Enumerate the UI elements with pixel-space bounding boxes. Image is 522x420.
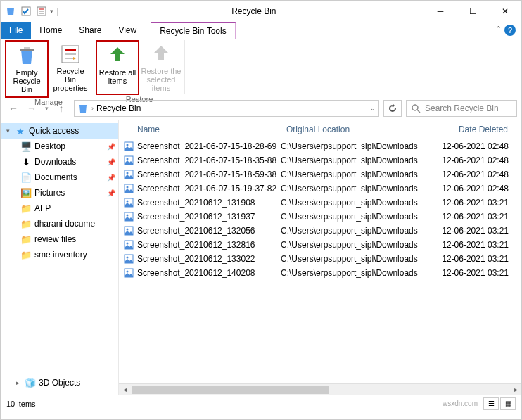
image-file-icon	[123, 225, 134, 236]
svg-point-28	[127, 243, 129, 245]
recycle-bin-tools-tab[interactable]: Recycle Bin Tools	[151, 22, 236, 39]
quick-access-root[interactable]: ▾ ★ Quick access	[1, 123, 118, 139]
scroll-left-icon[interactable]: ◂	[119, 386, 130, 393]
scroll-thumb[interactable]	[132, 386, 329, 394]
svg-point-32	[127, 271, 129, 273]
folder-icon: 📁	[20, 218, 32, 229]
location-column-header[interactable]: Original Location	[281, 120, 435, 139]
sidebar-label: Desktop	[34, 141, 104, 151]
ribbon-collapse[interactable]: ⌃ ?	[490, 22, 521, 39]
minimize-button[interactable]: ─	[424, 1, 457, 22]
forward-button: →	[23, 100, 40, 117]
sidebar-item[interactable]: 📄Documents📌	[1, 170, 118, 185]
checkbox-icon[interactable]	[19, 4, 33, 18]
file-name: Screenshot_20210612_140208	[137, 268, 255, 278]
file-tab[interactable]: File	[1, 22, 31, 39]
restore-all-button[interactable]: Restore all items	[96, 40, 139, 95]
search-icon	[411, 103, 421, 113]
svg-point-26	[127, 229, 129, 231]
search-box[interactable]: Search Recycle Bin	[406, 100, 517, 117]
sidebar-item[interactable]: 📁dharani docume	[1, 216, 118, 231]
folder-icon: 🧊	[25, 377, 36, 388]
navigation-pane[interactable]: ▾ ★ Quick access 🖥️Desktop📌⬇Downloads📌📄D…	[1, 120, 119, 395]
scroll-right-icon[interactable]: ▸	[510, 386, 521, 393]
back-button[interactable]: ←	[5, 100, 22, 117]
empty-label: Empty Recycle Bin	[8, 68, 46, 94]
folder-icon: 📄	[20, 172, 32, 183]
file-row[interactable]: Screenshot_2021-06-07-15-19-37-82 C:\Use…	[119, 182, 521, 196]
file-row[interactable]: Screenshot_20210612_140208 C:\Users\erps…	[119, 266, 521, 280]
history-dropdown[interactable]: ▾	[42, 100, 51, 117]
sidebar-item[interactable]: 📁review files	[1, 231, 118, 247]
sidebar-item[interactable]: ⬇Downloads📌	[1, 154, 118, 170]
folder-icon: 📁	[20, 203, 32, 214]
file-row[interactable]: Screenshot_20210612_133022 C:\Users\erps…	[119, 252, 521, 266]
folder-icon: 📁	[20, 234, 32, 245]
details-view-button[interactable]: ☰	[483, 397, 499, 410]
up-button[interactable]: ↑	[53, 100, 70, 117]
svg-point-18	[127, 172, 129, 174]
address-bar: ← → ▾ ↑ › Recycle Bin ⌄ Search Recycle B…	[1, 96, 521, 120]
image-file-icon	[123, 239, 134, 250]
icons-view-button[interactable]: ▦	[500, 397, 516, 410]
file-row[interactable]: Screenshot_20210612_131908 C:\Users\erps…	[119, 196, 521, 210]
close-button[interactable]: ✕	[489, 1, 521, 22]
file-location: C:\Users\erpsupport_sipl\Downloads	[281, 155, 435, 165]
file-location: C:\Users\erpsupport_sipl\Downloads	[281, 212, 435, 222]
expand-toggle[interactable]: ▾	[4, 127, 12, 134]
file-date: 12-06-2021 02:48	[435, 155, 520, 165]
file-name: Screenshot_20210612_132056	[137, 226, 255, 236]
date-column-header[interactable]: Date Deleted	[435, 120, 520, 139]
restore-selected-icon	[150, 43, 172, 65]
file-date: 12-06-2021 03:21	[435, 226, 520, 236]
restore-all-label: Restore all items	[98, 68, 136, 85]
file-date: 12-06-2021 02:48	[435, 141, 520, 151]
file-location: C:\Users\erpsupport_sipl\Downloads	[281, 198, 435, 208]
sidebar-item[interactable]: 📁sme inventory	[1, 247, 118, 262]
file-row[interactable]: Screenshot_2021-06-07-15-18-59-38 C:\Use…	[119, 167, 521, 182]
horizontal-scrollbar[interactable]: ◂ ▸	[119, 383, 521, 395]
folder-icon: ⬇	[20, 156, 32, 167]
status-bar: 10 items wsxdn.com ☰ ▦	[1, 395, 521, 412]
help-icon[interactable]: ?	[504, 25, 516, 36]
file-date: 12-06-2021 03:21	[435, 240, 520, 250]
view-tab[interactable]: View	[110, 22, 145, 39]
expand-toggle[interactable]: ▸	[13, 379, 22, 386]
folder-icon: 🖥️	[20, 141, 32, 152]
maximize-button[interactable]: ☐	[457, 1, 489, 22]
file-row[interactable]: Screenshot_20210612_132816 C:\Users\erps…	[119, 238, 521, 252]
pin-icon: 📌	[107, 158, 115, 166]
title-bar: ▾ | Manage Recycle Bin ─ ☐ ✕	[1, 1, 521, 22]
sidebar-item-3d[interactable]: ▸ 🧊 3D Objects	[1, 375, 118, 390]
file-row[interactable]: Screenshot_20210612_132056 C:\Users\erps…	[119, 224, 521, 238]
refresh-button[interactable]	[383, 100, 402, 117]
file-row[interactable]: Screenshot_2021-06-07-15-18-28-69 C:\Use…	[119, 139, 521, 153]
file-name: Screenshot_20210612_132816	[137, 240, 255, 250]
sidebar-item[interactable]: 🖥️Desktop📌	[1, 139, 118, 154]
breadcrumb-dropdown[interactable]: ⌄	[370, 105, 376, 112]
pin-icon: 📌	[107, 189, 115, 197]
file-date: 12-06-2021 03:21	[435, 268, 520, 278]
folder-icon: 📁	[20, 249, 32, 260]
recycle-bin-icon[interactable]	[4, 4, 18, 18]
share-tab[interactable]: Share	[70, 22, 110, 39]
breadcrumb[interactable]: › Recycle Bin ⌄	[74, 100, 379, 117]
sidebar-item[interactable]: 🖼️Pictures📌	[1, 185, 118, 201]
file-row[interactable]: Screenshot_2021-06-07-15-18-35-88 C:\Use…	[119, 153, 521, 167]
pin-icon: 📌	[107, 174, 115, 182]
file-location: C:\Users\erpsupport_sipl\Downloads	[281, 268, 435, 278]
home-tab[interactable]: Home	[31, 22, 70, 39]
image-file-icon	[123, 197, 134, 208]
name-column-header[interactable]: Name	[119, 120, 281, 139]
empty-recycle-bin-button[interactable]: Empty Recycle Bin	[5, 40, 49, 98]
file-list[interactable]: Name Original Location Date Deleted Scre…	[119, 120, 521, 395]
pin-icon: 📌	[107, 143, 115, 151]
image-file-icon	[123, 253, 134, 265]
recycle-bin-properties-button[interactable]: Recycle Bin properties	[49, 40, 92, 98]
properties-qat-icon[interactable]	[34, 4, 49, 18]
image-file-icon	[123, 211, 134, 222]
file-row[interactable]: Screenshot_20210612_131937 C:\Users\erps…	[119, 210, 521, 224]
file-location: C:\Users\erpsupport_sipl\Downloads	[281, 184, 435, 193]
sidebar-item[interactable]: 📁AFP	[1, 201, 118, 216]
file-date: 12-06-2021 03:21	[435, 198, 520, 208]
